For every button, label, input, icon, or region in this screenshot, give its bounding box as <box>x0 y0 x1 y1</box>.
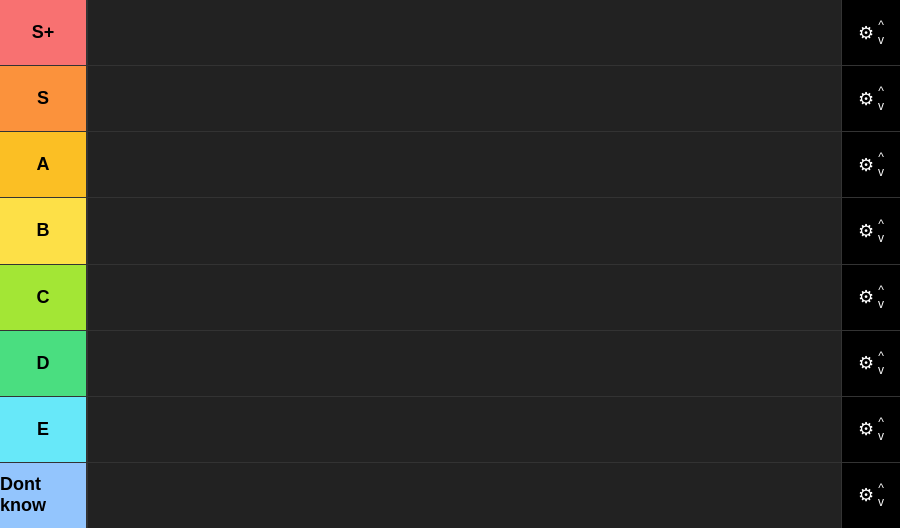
tier-row-e: E⚙^v <box>0 397 900 463</box>
arrow-down-icon[interactable]: v <box>878 363 884 377</box>
gear-icon[interactable]: ⚙ <box>858 88 874 110</box>
arrow-group-d: ^v <box>878 349 884 378</box>
tier-controls-b: ⚙^v <box>842 198 900 263</box>
tier-controls-c: ⚙^v <box>842 265 900 330</box>
tier-label-splus: S+ <box>0 0 88 65</box>
tier-content-c[interactable] <box>88 265 842 330</box>
arrow-up-icon[interactable]: ^ <box>878 283 884 297</box>
tier-content-s[interactable] <box>88 66 842 131</box>
arrow-up-icon[interactable]: ^ <box>878 349 884 363</box>
arrow-down-icon[interactable]: v <box>878 99 884 113</box>
tier-row-d: D⚙^v <box>0 331 900 397</box>
tier-list: S+⚙^vS⚙^vA⚙^vB⚙^vC⚙^vD⚙^vE⚙^vDont know⚙^… <box>0 0 900 528</box>
arrow-up-icon[interactable]: ^ <box>878 217 884 231</box>
arrow-group-a: ^v <box>878 150 884 179</box>
arrow-group-splus: ^v <box>878 18 884 47</box>
arrow-up-icon[interactable]: ^ <box>878 150 884 164</box>
tier-label-dontknow: Dont know <box>0 463 88 528</box>
arrow-down-icon[interactable]: v <box>878 429 884 443</box>
gear-icon[interactable]: ⚙ <box>858 484 874 506</box>
arrow-up-icon[interactable]: ^ <box>878 18 884 32</box>
tier-content-d[interactable] <box>88 331 842 396</box>
tier-row-b: B⚙^v <box>0 198 900 264</box>
tier-controls-s: ⚙^v <box>842 66 900 131</box>
tier-controls-splus: ⚙^v <box>842 0 900 65</box>
arrow-down-icon[interactable]: v <box>878 165 884 179</box>
arrow-group-s: ^v <box>878 84 884 113</box>
arrow-up-icon[interactable]: ^ <box>878 415 884 429</box>
arrow-down-icon[interactable]: v <box>878 297 884 311</box>
arrow-group-dontknow: ^v <box>878 481 884 510</box>
arrow-down-icon[interactable]: v <box>878 231 884 245</box>
arrow-group-b: ^v <box>878 217 884 246</box>
arrow-up-icon[interactable]: ^ <box>878 84 884 98</box>
gear-icon[interactable]: ⚙ <box>858 22 874 44</box>
tier-content-splus[interactable] <box>88 0 842 65</box>
tier-row-dontknow: Dont know⚙^v <box>0 463 900 528</box>
gear-icon[interactable]: ⚙ <box>858 352 874 374</box>
tier-row-splus: S+⚙^v <box>0 0 900 66</box>
tier-label-s: S <box>0 66 88 131</box>
gear-icon[interactable]: ⚙ <box>858 154 874 176</box>
tier-label-d: D <box>0 331 88 396</box>
arrow-up-icon[interactable]: ^ <box>878 481 884 495</box>
arrow-down-icon[interactable]: v <box>878 33 884 47</box>
tier-controls-a: ⚙^v <box>842 132 900 197</box>
tier-content-a[interactable] <box>88 132 842 197</box>
tier-label-b: B <box>0 198 88 263</box>
tier-label-a: A <box>0 132 88 197</box>
tier-controls-e: ⚙^v <box>842 397 900 462</box>
gear-icon[interactable]: ⚙ <box>858 220 874 242</box>
gear-icon[interactable]: ⚙ <box>858 418 874 440</box>
tier-label-e: E <box>0 397 88 462</box>
tier-row-c: C⚙^v <box>0 265 900 331</box>
arrow-down-icon[interactable]: v <box>878 495 884 509</box>
gear-icon[interactable]: ⚙ <box>858 286 874 308</box>
tier-content-e[interactable] <box>88 397 842 462</box>
tier-controls-dontknow: ⚙^v <box>842 463 900 528</box>
tier-controls-d: ⚙^v <box>842 331 900 396</box>
tier-content-dontknow[interactable] <box>88 463 842 528</box>
arrow-group-c: ^v <box>878 283 884 312</box>
tier-label-c: C <box>0 265 88 330</box>
tier-content-b[interactable] <box>88 198 842 263</box>
tier-row-s: S⚙^v <box>0 66 900 132</box>
tier-row-a: A⚙^v <box>0 132 900 198</box>
arrow-group-e: ^v <box>878 415 884 444</box>
